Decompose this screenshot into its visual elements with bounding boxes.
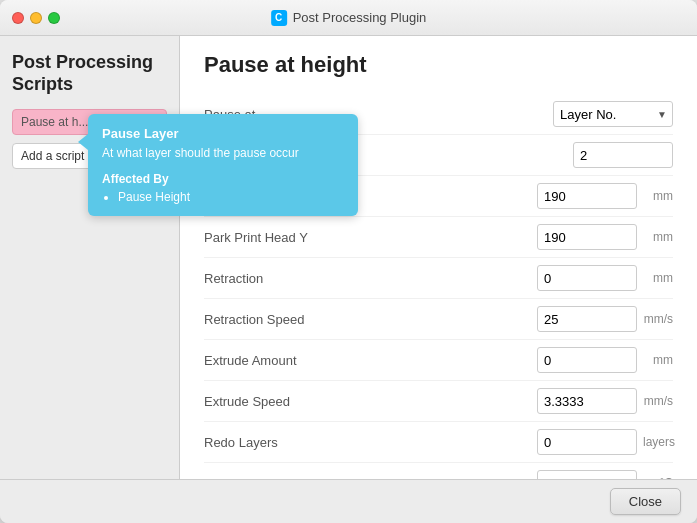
input-retraction-speed[interactable]	[537, 306, 637, 332]
form-row-park-y: Park Print Head Y mm	[204, 217, 673, 258]
unit-park-y: mm	[643, 230, 673, 244]
form-row-retraction: Retraction mm	[204, 258, 673, 299]
select-wrapper-pause-at: Layer No.Height ▼	[553, 101, 673, 127]
left-panel-heading: Post Processing Scripts	[12, 52, 167, 95]
tooltip-arrow	[78, 134, 88, 150]
label-park-y: Park Print Head Y	[204, 230, 374, 245]
input-retraction[interactable]	[537, 265, 637, 291]
control-retraction-speed: mm/s	[374, 306, 673, 332]
unit-redo-layers: layers	[643, 435, 673, 449]
input-park-x[interactable]	[537, 183, 637, 209]
label-extrude-amount: Extrude Amount	[204, 353, 374, 368]
unit-retraction: mm	[643, 271, 673, 285]
form-row-redo-layers: Redo Layers layers	[204, 422, 673, 463]
tooltip-overlay: Pause Layer At what layer should the pau…	[88, 114, 358, 216]
footer: Close	[0, 479, 697, 523]
tooltip-affected-label: Affected By	[102, 172, 344, 186]
right-panel: Pause at height Pause at Layer No.Height…	[180, 36, 697, 479]
control-retraction: mm	[374, 265, 673, 291]
control-park-x: mm	[374, 183, 673, 209]
main-window: C Post Processing Plugin Post Processing…	[0, 0, 697, 523]
input-extrude-speed[interactable]	[537, 388, 637, 414]
tooltip-description: At what layer should the pause occur	[102, 145, 344, 162]
input-park-y[interactable]	[537, 224, 637, 250]
label-retraction: Retraction	[204, 271, 374, 286]
window-title-area: C Post Processing Plugin	[271, 10, 427, 26]
tooltip-affected-list: Pause Height	[102, 190, 344, 204]
unit-extrude-speed: mm/s	[643, 394, 673, 408]
minimize-window-button[interactable]	[30, 12, 42, 24]
form-row-extrude-amount: Extrude Amount mm	[204, 340, 673, 381]
control-pause-at: Layer No.Height ▼	[374, 101, 673, 127]
select-pause-at[interactable]: Layer No.Height	[553, 101, 673, 127]
label-redo-layers: Redo Layers	[204, 435, 374, 450]
input-redo-layers[interactable]	[537, 429, 637, 455]
window-controls	[12, 12, 60, 24]
close-window-button[interactable]	[12, 12, 24, 24]
label-extrude-speed: Extrude Speed	[204, 394, 374, 409]
form-row-extrude-speed: Extrude Speed mm/s	[204, 381, 673, 422]
input-extrude-amount[interactable]	[537, 347, 637, 373]
input-pause-layer[interactable]	[573, 142, 673, 168]
unit-retraction-speed: mm/s	[643, 312, 673, 326]
window-title: Post Processing Plugin	[293, 10, 427, 25]
unit-standby-temp: °C	[643, 476, 673, 479]
maximize-window-button[interactable]	[48, 12, 60, 24]
label-standby-temp: Standby Temperature	[204, 476, 374, 480]
app-icon: C	[271, 10, 287, 26]
left-panel: Post Processing Scripts Pause at h... Ad…	[0, 36, 180, 479]
close-button[interactable]: Close	[610, 488, 681, 515]
titlebar: C Post Processing Plugin	[0, 0, 697, 36]
label-retraction-speed: Retraction Speed	[204, 312, 374, 327]
control-extrude-amount: mm	[374, 347, 673, 373]
control-redo-layers: layers	[374, 429, 673, 455]
input-standby-temp[interactable]	[537, 470, 637, 479]
tooltip-affected-item: Pause Height	[118, 190, 344, 204]
unit-extrude-amount: mm	[643, 353, 673, 367]
control-extrude-speed: mm/s	[374, 388, 673, 414]
content-area: Post Processing Scripts Pause at h... Ad…	[0, 36, 697, 479]
tooltip-title: Pause Layer	[102, 126, 344, 141]
form-heading: Pause at height	[204, 52, 673, 78]
control-pause-layer	[374, 142, 673, 168]
form-row-retraction-speed: Retraction Speed mm/s	[204, 299, 673, 340]
control-standby-temp: °C	[374, 470, 673, 479]
form-row-standby-temp: Standby Temperature °C	[204, 463, 673, 479]
control-park-y: mm	[374, 224, 673, 250]
unit-park-x: mm	[643, 189, 673, 203]
